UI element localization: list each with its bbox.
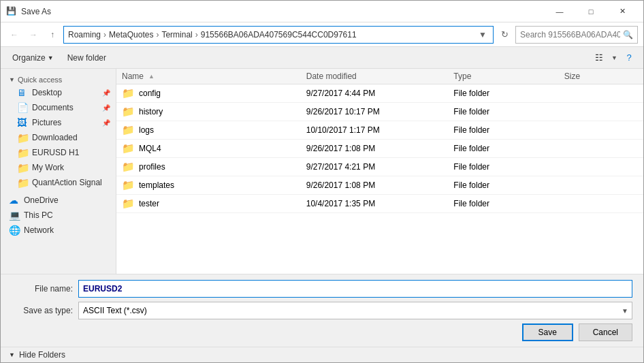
save-button[interactable]: Save: [522, 323, 573, 341]
col-header-size[interactable]: Size: [564, 72, 638, 81]
organize-chevron-icon: ▼: [48, 54, 54, 61]
mywork-label: My Work: [32, 163, 64, 172]
save-as-type-row: Save as type: ASCII Text (*.csv) CSV (Co…: [12, 302, 632, 319]
folder-icon: 📁: [122, 106, 135, 118]
window-title: Save As: [21, 7, 51, 16]
table-row[interactable]: 📁 tester 10/4/2017 1:35 PM File folder: [116, 195, 643, 213]
sidebar-item-downloaded[interactable]: 📁 Downloaded: [1, 130, 116, 145]
forward-button[interactable]: →: [25, 27, 42, 43]
folder-icon: 📁: [122, 179, 135, 191]
sidebar-item-network[interactable]: 🌐 Network: [1, 223, 116, 238]
search-icon: 🔍: [623, 30, 633, 40]
table-row[interactable]: 📁 history 9/26/2017 10:17 PM File folder: [116, 103, 643, 121]
quick-access-header[interactable]: ▼ Quick access: [1, 72, 116, 85]
folder-icon: 📁: [122, 142, 135, 155]
sidebar-item-eurusd[interactable]: 📁 EURUSD H1: [1, 145, 116, 160]
file-name-input[interactable]: [78, 280, 632, 298]
file-type-cell: File folder: [453, 125, 564, 135]
organize-button[interactable]: Organize ▼: [6, 50, 60, 65]
bottom-buttons: Save Cancel: [12, 323, 632, 341]
window-icon: 💾: [6, 6, 17, 17]
file-name-cell: config: [139, 89, 161, 98]
help-button[interactable]: ?: [620, 49, 638, 67]
table-row[interactable]: 📁 config 9/27/2017 4:44 PM File folder: [116, 84, 643, 103]
address-box[interactable]: Roaming › MetaQuotes › Terminal › 915566…: [63, 26, 494, 44]
sidebar-item-desktop[interactable]: 🖥 Desktop 📌: [1, 85, 116, 100]
sidebar-item-pictures[interactable]: 🖼 Pictures 📌: [1, 115, 116, 130]
table-row[interactable]: 📁 templates 9/26/2017 1:08 PM File folde…: [116, 176, 643, 195]
sidebar-item-mywork[interactable]: 📁 My Work: [1, 160, 116, 175]
breadcrumb: Roaming › MetaQuotes › Terminal › 915566…: [68, 30, 474, 40]
mywork-icon: 📁: [17, 162, 28, 173]
view-dropdown-icon: ▼: [611, 54, 617, 61]
eurusd-icon: 📁: [17, 147, 28, 158]
thispc-label: This PC: [24, 210, 53, 220]
file-name-cell: logs: [139, 125, 154, 135]
search-box: 🔍: [515, 26, 638, 44]
hide-folders-row[interactable]: ▼ Hide Folders: [1, 347, 643, 362]
network-label: Network: [24, 225, 54, 235]
folder-icon: 📁: [122, 198, 135, 210]
file-name-row: File name:: [12, 280, 632, 298]
folder-icon: 📁: [122, 161, 135, 173]
sidebar-item-quantaction[interactable]: 📁 QuantAction Signal: [1, 175, 116, 190]
back-button[interactable]: ←: [6, 27, 22, 43]
file-date-cell: 9/26/2017 1:08 PM: [306, 180, 454, 190]
pin-icon-documents: 📌: [102, 104, 110, 112]
table-row[interactable]: 📁 logs 10/10/2017 1:17 PM File folder: [116, 121, 643, 140]
downloaded-icon: 📁: [17, 132, 28, 143]
file-date-cell: 10/10/2017 1:17 PM: [306, 125, 454, 135]
file-date-cell: 9/27/2017 4:44 PM: [306, 89, 454, 98]
maximize-button[interactable]: □: [575, 1, 607, 22]
save-as-type-select[interactable]: ASCII Text (*.csv) CSV (Comma delimited)…: [78, 302, 632, 319]
refresh-button[interactable]: ↻: [496, 26, 513, 44]
new-folder-button[interactable]: New folder: [61, 50, 112, 65]
title-bar-left: 💾 Save As: [6, 6, 51, 17]
file-name-cell: tester: [139, 199, 159, 208]
save-as-dialog: 💾 Save As — □ ✕ ← → ↑ Roaming › MetaQuot…: [0, 0, 644, 363]
pictures-label: Pictures: [32, 118, 61, 127]
table-row[interactable]: 📁 profiles 9/27/2017 4:21 PM File folder: [116, 158, 643, 176]
file-list-header: Name ▲ Date modified Type Size: [116, 69, 643, 84]
bread-terminal: Terminal: [161, 30, 192, 40]
toolbar-right: ☷ ▼ ?: [590, 49, 638, 67]
bottom-section: File name: Save as type: ASCII Text (*.c…: [1, 274, 643, 347]
address-bar: ← → ↑ Roaming › MetaQuotes › Terminal › …: [1, 22, 643, 47]
thispc-icon: 💻: [9, 210, 20, 221]
network-icon: 🌐: [9, 225, 20, 236]
address-dropdown-button[interactable]: ▼: [477, 30, 489, 40]
title-controls: — □ ✕: [544, 1, 638, 22]
save-as-type-wrapper: ASCII Text (*.csv) CSV (Comma delimited)…: [78, 302, 632, 319]
col-header-name[interactable]: Name ▲: [122, 72, 306, 81]
up-button[interactable]: ↑: [44, 27, 61, 43]
hide-folders-label: Hide Folders: [19, 350, 65, 360]
table-row[interactable]: 📁 MQL4 9/26/2017 1:08 PM File folder: [116, 140, 643, 158]
close-button[interactable]: ✕: [607, 1, 638, 22]
cancel-button[interactable]: Cancel: [579, 323, 632, 341]
onedrive-label: OneDrive: [24, 195, 59, 205]
col-header-date[interactable]: Date modified: [306, 72, 454, 81]
file-name-cell: profiles: [139, 162, 165, 172]
folder-icon: 📁: [122, 87, 135, 99]
file-name-cell: history: [139, 107, 163, 116]
file-date-cell: 10/4/2017 1:35 PM: [306, 199, 454, 208]
view-toggle-button[interactable]: ☷: [590, 49, 609, 67]
sidebar-item-thispc[interactable]: 💻 This PC: [1, 208, 116, 223]
eurusd-label: EURUSD H1: [32, 148, 79, 157]
sidebar-item-onedrive[interactable]: ☁ OneDrive: [1, 193, 116, 208]
file-rows-container: 📁 config 9/27/2017 4:44 PM File folder 📁…: [116, 84, 643, 213]
col-header-type[interactable]: Type: [453, 72, 564, 81]
file-date-cell: 9/26/2017 1:08 PM: [306, 144, 454, 153]
help-icon: ?: [626, 52, 631, 63]
new-folder-label: New folder: [67, 53, 106, 63]
file-name-cell: templates: [139, 180, 174, 190]
file-type-cell: File folder: [453, 199, 564, 208]
sidebar-item-documents[interactable]: 📄 Documents 📌: [1, 100, 116, 115]
quantaction-label: QuantAction Signal: [32, 178, 102, 187]
minimize-button[interactable]: —: [544, 1, 575, 22]
file-type-cell: File folder: [453, 162, 564, 172]
pin-icon-pictures: 📌: [102, 119, 110, 127]
downloaded-label: Downloaded: [32, 133, 78, 142]
search-input[interactable]: [520, 30, 620, 40]
quick-access-label: Quick access: [18, 76, 62, 84]
